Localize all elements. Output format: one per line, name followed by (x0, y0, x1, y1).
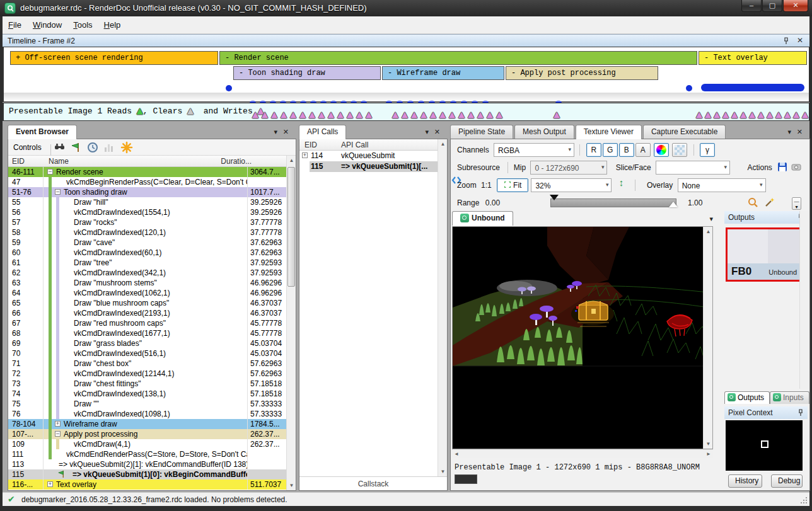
write-marker-triangle[interactable]: ▲ (802, 110, 808, 119)
event-row[interactable]: 113=> vkQueueSubmit(2)[1]: vkEndCommandB… (8, 459, 286, 469)
timeline-canvas[interactable]: + Off-screen scene rendering - Render sc… (3, 47, 809, 102)
write-marker-triangle[interactable]: ▲ (252, 110, 258, 119)
range-fit-icon[interactable] (747, 197, 759, 209)
write-marker-triangle[interactable]: ▲ (271, 110, 277, 119)
event-row[interactable]: 115=> vkQueueSubmit(1)[0]: vkBeginComman… (8, 469, 286, 479)
event-row[interactable]: 116-...+Text overlay511.7037 (8, 479, 286, 490)
write-marker-triangle[interactable]: ▲ (337, 110, 344, 119)
toolbar-overflow-button[interactable]: —▾ (792, 197, 801, 210)
channel-g-button[interactable]: G (603, 143, 618, 157)
event-row[interactable]: 47vkCmdBeginRenderPass(C=Clear, D=Clear,… (8, 177, 286, 187)
timeline-bar-post[interactable]: - Apply post processing (506, 66, 658, 80)
write-marker-triangle[interactable]: ▲ (347, 110, 353, 119)
write-marker-triangle[interactable]: ▲ (281, 110, 287, 119)
range-black-handle[interactable] (550, 195, 559, 200)
write-marker-triangle[interactable]: ▲ (458, 110, 465, 119)
mip-select[interactable]: 0 - 1272x690 (530, 161, 607, 175)
timeline-bar-text-overlay[interactable]: - Text overlay (699, 51, 807, 65)
event-row[interactable]: 70vkCmdDrawIndexed(516,1)45.03704 (8, 348, 286, 359)
history-button[interactable]: History (728, 474, 762, 488)
write-marker-triangle[interactable]: ▲ (496, 110, 502, 119)
tab-pipeline-state[interactable]: Pipeline State (450, 125, 513, 139)
tab-outputs[interactable]: Outputs (724, 391, 770, 404)
write-marker-triangle[interactable]: ▲ (309, 110, 315, 119)
collapse-icon[interactable]: – (55, 189, 61, 195)
range-max-value[interactable]: 1.00 (688, 198, 702, 207)
event-row[interactable]: 75Draw ""57.33333 (8, 399, 286, 409)
write-marker-triangle[interactable]: ▲ (793, 110, 799, 119)
channel-r-button[interactable]: R (586, 143, 601, 157)
write-marker-triangle[interactable]: ▲ (477, 110, 484, 119)
event-row[interactable]: 71Draw "chest box"57.62963 (8, 359, 286, 369)
pin-icon[interactable] (782, 37, 791, 45)
snapshot-icon[interactable] (791, 161, 802, 173)
write-marker-triangle[interactable]: ▲ (775, 110, 782, 119)
tab-api-calls[interactable]: API Calls (299, 125, 346, 139)
api-table-header[interactable]: EID API Call (299, 139, 447, 151)
minimize-button[interactable]: – (741, 0, 762, 12)
event-row[interactable]: 78-104+Wireframe draw1784.5... (8, 419, 286, 429)
column-api-call[interactable]: API Call (341, 141, 368, 149)
event-row[interactable]: 63Draw "mushroom stems"46.96296 (8, 278, 286, 288)
write-marker-triangle[interactable]: ▲ (356, 110, 362, 119)
event-browser-menu-icon[interactable]: ▾ (274, 128, 277, 136)
event-row[interactable]: 56vkCmdDrawIndexed(1554,1)39.25926 (8, 207, 286, 217)
event-browser-scrollbar[interactable]: ▲ ▼ (286, 156, 296, 490)
column-eid[interactable]: EID (304, 141, 317, 149)
write-marker-triangle[interactable]: ▲ (722, 110, 729, 119)
write-marker-triangle[interactable]: ▲ (439, 110, 446, 119)
overlay-select[interactable]: None (678, 178, 766, 192)
api-call-row[interactable]: 115=> vkQueueSubmit(1)[... (299, 161, 438, 172)
write-marker-triangle[interactable]: ▲ (420, 110, 427, 119)
api-calls-scrollbar[interactable]: ▲ ▼ (438, 139, 447, 476)
api-call-row[interactable]: +114vkQueueSubmit (299, 151, 438, 161)
write-marker-triangle[interactable]: ▲ (696, 110, 702, 119)
tab-texture-viewer[interactable]: Texture Viewer (576, 125, 642, 139)
event-row[interactable]: 111vkCmdEndRenderPass(C=Store, D=Store, … (8, 449, 286, 459)
collapse-icon[interactable]: – (47, 169, 53, 175)
event-row[interactable]: 69Draw "grass blades"45.03704 (8, 338, 286, 348)
alpha-checker-button[interactable] (672, 143, 687, 157)
event-row[interactable]: 73Draw "chest fittings"57.18518 (8, 379, 286, 389)
drawcall-dot[interactable] (226, 85, 232, 91)
time-durations-icon[interactable] (86, 141, 99, 154)
right-panel-menu-icon[interactable]: ▾ (787, 128, 791, 136)
write-marker-triangle[interactable]: ▲ (318, 110, 325, 119)
event-row[interactable]: 109vkCmdDraw(4,1)262.37... (8, 439, 286, 449)
slice-face-select[interactable] (656, 161, 730, 175)
write-marker-triangle[interactable]: ▲ (758, 110, 764, 119)
goto-flag-icon[interactable] (70, 141, 83, 154)
texture-vscrollbar[interactable]: ▲▼ (703, 227, 712, 449)
column-eid[interactable]: EID (12, 157, 25, 166)
write-marker-triangle[interactable]: ▲ (468, 110, 474, 119)
menu-tools[interactable]: Tools (67, 16, 98, 33)
event-row[interactable]: 51-76–Toon shading draw1017.7... (8, 187, 286, 197)
column-name[interactable]: Name (49, 157, 69, 166)
tab-capture-executable[interactable]: Capture Executable (643, 125, 726, 139)
tab-inputs[interactable]: Inputs (770, 391, 809, 404)
event-browser-close-icon[interactable]: ✕ (283, 128, 289, 136)
event-row[interactable]: 46-111–Render scene3064.7... (8, 167, 286, 177)
write-marker-triangle[interactable]: ▲ (784, 110, 791, 119)
menu-window[interactable]: Window (27, 16, 67, 33)
write-marker-triangle[interactable]: ▲ (767, 110, 773, 119)
timeline-resource-strip[interactable]: Presentable Image 1 Reads ▲, Clears ▲ an… (3, 103, 809, 121)
menu-help[interactable]: Help (98, 16, 127, 33)
write-marker-triangle[interactable]: ▲ (705, 110, 711, 119)
debug-button[interactable]: Debug (771, 474, 803, 488)
texture-hscrollbar[interactable]: ◄► (452, 449, 713, 458)
write-marker-triangle[interactable]: ▲ (740, 110, 746, 119)
event-row[interactable]: 57Draw "rocks"37.77778 (8, 217, 286, 227)
api-calls-menu-icon[interactable]: ▾ (425, 128, 429, 136)
write-marker-triangle[interactable]: ▲ (299, 110, 306, 119)
timeline-bar-toon[interactable]: - Toon shading draw (233, 66, 381, 80)
drawcall-dot[interactable] (686, 85, 692, 91)
event-row[interactable]: 61Draw "tree"37.92593 (8, 258, 286, 268)
timeline-close-icon[interactable]: ✕ (797, 36, 803, 45)
channel-b-button[interactable]: B (619, 143, 634, 157)
write-marker-triangle[interactable]: ▲ (749, 110, 755, 119)
event-row[interactable]: 76vkCmdDrawIndexed(1098,1)57.33333 (8, 409, 286, 419)
flip-y-icon[interactable]: ↕ (619, 177, 624, 188)
write-marker-triangle[interactable]: ▲ (449, 110, 455, 119)
event-row[interactable]: 60vkCmdDrawIndexed(60,1)37.62963 (8, 248, 286, 258)
